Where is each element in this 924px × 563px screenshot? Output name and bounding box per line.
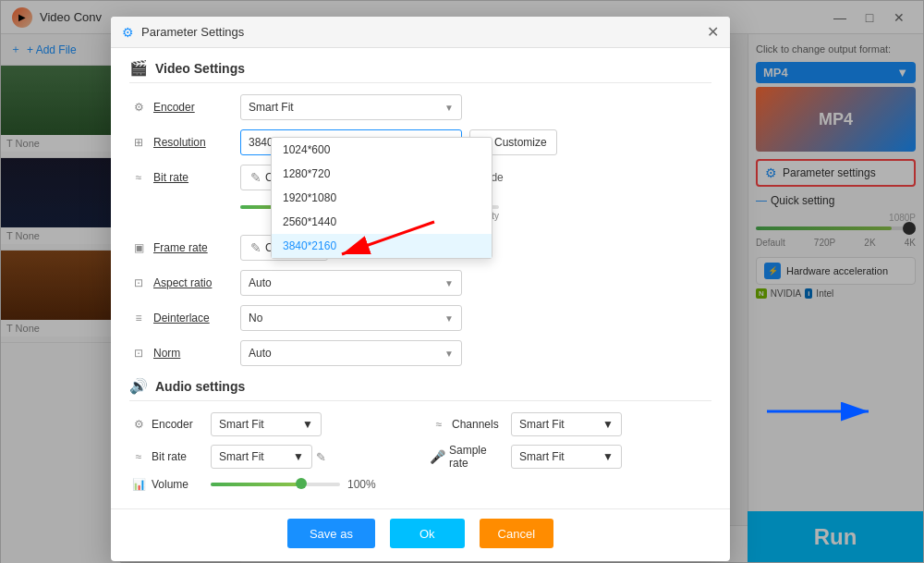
resolution-dropdown: 1024*600 1280*720 1920*1080 2560*1440 38… bbox=[271, 137, 492, 259]
customize-icon: ✎ bbox=[250, 240, 261, 255]
dropdown-item-1024[interactable]: 1024*600 bbox=[272, 138, 492, 162]
audio-encoder-label-col: ⚙ Encoder bbox=[129, 415, 203, 434]
volume-fill bbox=[211, 483, 301, 486]
audio-settings-title: Audio settings bbox=[155, 379, 245, 394]
video-icon: 🎬 bbox=[129, 59, 148, 77]
dialog-icon: ⚙ bbox=[122, 25, 134, 40]
dialog-close-button[interactable]: ✕ bbox=[707, 23, 719, 41]
chevron-down-icon: ▼ bbox=[444, 349, 454, 359]
audio-icon: 🔊 bbox=[129, 377, 148, 395]
bitrate-label-col: ≈ Bit rate bbox=[129, 168, 240, 187]
audio-sample-rate-row: 🎤 Sample rate Smart Fit ▼ bbox=[430, 444, 711, 470]
aspect-ratio-label: Aspect ratio bbox=[153, 276, 212, 289]
audio-encoder-select[interactable]: Smart Fit ▼ bbox=[211, 412, 322, 436]
audio-settings-header: 🔊 Audio settings bbox=[129, 377, 711, 401]
audio-encoder-label: Encoder bbox=[152, 418, 193, 431]
norm-select[interactable]: Auto ▼ bbox=[240, 340, 462, 366]
chevron-down-icon: ▼ bbox=[444, 103, 454, 113]
video-settings-title: Video Settings bbox=[155, 61, 245, 76]
audio-encoder-icon: ⚙ bbox=[129, 415, 148, 434]
norm-row: ⊡ Norm Auto ▼ bbox=[129, 340, 711, 366]
audio-channels-label: Channels bbox=[452, 418, 499, 431]
audio-bitrate-row: ≈ Bit rate Smart Fit ▼ ✎ bbox=[129, 444, 411, 470]
audio-bitrate-label-col: ≈ Bit rate bbox=[129, 447, 203, 466]
frame-rate-label: Frame rate bbox=[153, 241, 208, 254]
chevron-down-icon: ▼ bbox=[293, 450, 304, 463]
audio-encoder-row: ⚙ Encoder Smart Fit ▼ bbox=[129, 412, 411, 436]
volume-label-col: 📊 Volume bbox=[129, 475, 203, 494]
audio-bitrate-control: Smart Fit ▼ ✎ bbox=[211, 445, 326, 469]
channels-icon: ≈ bbox=[430, 415, 448, 434]
aspect-ratio-row: ⊡ Aspect ratio Auto ▼ bbox=[129, 270, 711, 296]
encoder-control: Smart Fit ▼ bbox=[240, 94, 711, 120]
audio-channels-select[interactable]: Smart Fit ▼ bbox=[511, 412, 622, 436]
dropdown-item-1280[interactable]: 1280*720 bbox=[272, 162, 492, 186]
audio-sample-rate-select[interactable]: Smart Fit ▼ bbox=[511, 445, 622, 469]
audio-bitrate-label: Bit rate bbox=[152, 450, 187, 463]
norm-label: Norm bbox=[153, 347, 180, 360]
volume-slider[interactable] bbox=[211, 483, 340, 486]
dropdown-item-3840[interactable]: 3840*2160 bbox=[272, 234, 492, 258]
audio-sample-rate-label-col: 🎤 Sample rate bbox=[430, 444, 504, 470]
ok-button[interactable]: Ok bbox=[390, 519, 465, 548]
encoder-row: ⚙ Encoder Smart Fit ▼ bbox=[129, 94, 711, 120]
bitrate-icon: ≈ bbox=[129, 168, 148, 187]
microphone-icon: 🎤 bbox=[430, 449, 445, 464]
dialog-titlebar: ⚙ Parameter Settings ✕ bbox=[111, 17, 730, 48]
norm-icon: ⊡ bbox=[129, 344, 148, 362]
volume-icon: 📊 bbox=[129, 475, 148, 494]
dropdown-item-1920[interactable]: 1920*1080 bbox=[272, 186, 492, 210]
audio-bitrate-select[interactable]: Smart Fit ▼ bbox=[211, 445, 312, 469]
aspect-ratio-label-col: ⊡ Aspect ratio bbox=[129, 274, 240, 292]
chevron-down-icon: ▼ bbox=[602, 418, 614, 431]
chevron-down-icon: ▼ bbox=[444, 313, 454, 324]
audio-sample-rate-label: Sample rate bbox=[449, 444, 504, 470]
dialog-body: 🎬 Video Settings ⚙ Encoder Smart Fit ▼ ⊞… bbox=[111, 48, 730, 508]
encoder-icon: ⚙ bbox=[129, 98, 148, 116]
audio-channels-label-col: ≈ Channels bbox=[430, 415, 504, 434]
volume-label: Volume bbox=[152, 478, 188, 491]
parameter-settings-dialog: ⚙ Parameter Settings ✕ 🎬 Video Settings … bbox=[111, 17, 730, 561]
frame-rate-icon: ▣ bbox=[129, 239, 148, 257]
volume-thumb bbox=[296, 478, 307, 489]
volume-value: 100% bbox=[347, 478, 376, 491]
dropdown-item-2560[interactable]: 2560*1440 bbox=[272, 210, 492, 234]
aspect-ratio-select[interactable]: Auto ▼ bbox=[240, 270, 462, 296]
resolution-icon: ⊞ bbox=[129, 133, 148, 152]
edit-icon[interactable]: ✎ bbox=[316, 450, 326, 464]
encoder-label: Encoder bbox=[153, 101, 195, 114]
deinterlace-select[interactable]: No ▼ bbox=[240, 305, 462, 331]
save-as-button[interactable]: Save as bbox=[287, 519, 375, 548]
cancel-button[interactable]: Cancel bbox=[480, 519, 553, 548]
encoder-select[interactable]: Smart Fit ▼ bbox=[240, 94, 462, 120]
frame-rate-label-col: ▣ Frame rate bbox=[129, 239, 240, 257]
audio-channels-row: ≈ Channels Smart Fit ▼ bbox=[430, 412, 711, 436]
chevron-down-icon: ▼ bbox=[302, 418, 313, 431]
dialog-title: Parameter Settings bbox=[141, 25, 244, 39]
audio-bitrate-icon: ≈ bbox=[129, 447, 148, 466]
deinterlace-row: ≡ Deinterlace No ▼ bbox=[129, 305, 711, 331]
norm-control: Auto ▼ bbox=[240, 340, 711, 366]
deinterlace-control: No ▼ bbox=[240, 305, 711, 331]
customize-icon: ✎ bbox=[250, 170, 261, 185]
volume-row: 📊 Volume 100% bbox=[129, 475, 711, 494]
norm-label-col: ⊡ Norm bbox=[129, 344, 240, 362]
video-settings-header: 🎬 Video Settings bbox=[129, 59, 711, 83]
bitrate-label: Bit rate bbox=[153, 171, 188, 184]
aspect-ratio-icon: ⊡ bbox=[129, 274, 148, 292]
audio-form-grid: ⚙ Encoder Smart Fit ▼ ≈ Channels S bbox=[129, 412, 711, 470]
deinterlace-label-col: ≡ Deinterlace bbox=[129, 309, 240, 327]
deinterlace-label: Deinterlace bbox=[153, 312, 210, 324]
chevron-down-icon: ▼ bbox=[602, 450, 614, 463]
encoder-label-col: ⚙ Encoder bbox=[129, 98, 240, 116]
resolution-label-col: ⊞ Resolution bbox=[129, 133, 240, 152]
chevron-down-icon: ▼ bbox=[444, 278, 454, 288]
deinterlace-icon: ≡ bbox=[129, 309, 148, 327]
aspect-ratio-control: Auto ▼ bbox=[240, 270, 711, 296]
resolution-label: Resolution bbox=[153, 136, 206, 149]
dialog-footer: Save as Ok Cancel bbox=[111, 508, 730, 561]
audio-settings-section: 🔊 Audio settings ⚙ Encoder Smart Fit ▼ bbox=[129, 377, 711, 494]
